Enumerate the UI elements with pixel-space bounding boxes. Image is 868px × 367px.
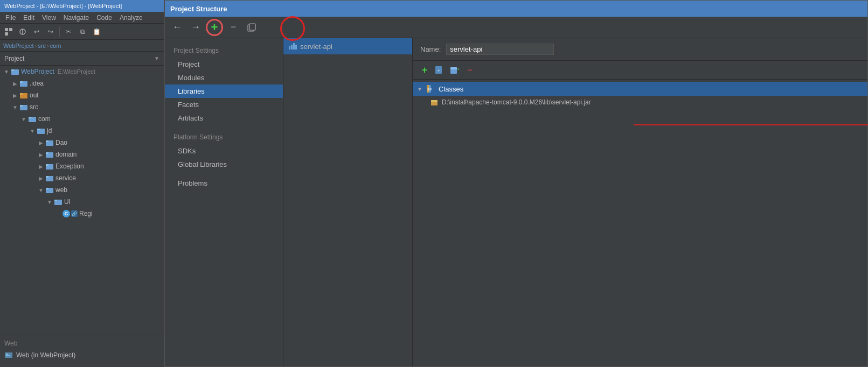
toolbar-btn-paste[interactable]: 📋: [90, 25, 103, 38]
ps-toolbar: ← → + −: [165, 17, 867, 38]
bottom-web-item[interactable]: Web (in WebProject): [4, 349, 160, 361]
tree-toggle-web[interactable]: ▼: [37, 186, 45, 194]
tree-toggle-dao[interactable]: ▶: [37, 138, 45, 147]
tree-toggle-ui[interactable]: ▼: [45, 197, 54, 206]
tree-item-exception[interactable]: ▶ Exception: [0, 160, 164, 172]
settings-item-libraries[interactable]: Libraries: [165, 84, 283, 98]
svg-rect-8: [20, 81, 23, 83]
settings-item-project[interactable]: Project: [165, 58, 283, 71]
settings-item-artifacts[interactable]: Artifacts: [165, 111, 283, 125]
left-toolbar: ↩ ↪ ✂ ⧉ 📋: [0, 24, 164, 40]
svg-text:+: +: [438, 68, 440, 73]
tree-expand-icon[interactable]: ▼: [417, 86, 422, 92]
detail-name-input[interactable]: [446, 44, 554, 55]
menu-analyze[interactable]: Analyze: [116, 13, 146, 22]
tree-item-webproject[interactable]: ▼ WebProject E:\WebProject: [0, 66, 164, 77]
library-item-servlet-api[interactable]: servlet-api: [283, 38, 412, 54]
detail-add-green-button[interactable]: +: [418, 64, 431, 76]
remove-button[interactable]: −: [225, 20, 241, 35]
tree-label-exception: Exception: [55, 163, 84, 170]
tree-item-out[interactable]: ▶ out: [0, 89, 164, 101]
tree-toggle-exception[interactable]: ▶: [37, 162, 45, 171]
tree-toggle-com[interactable]: ▼: [19, 115, 28, 123]
tree-toggle-out[interactable]: ▶: [11, 91, 19, 100]
detail-add-jar-button[interactable]: +: [448, 64, 461, 76]
detail-name-row: Name:: [413, 38, 867, 61]
menu-code[interactable]: Code: [93, 13, 115, 22]
forward-button[interactable]: →: [188, 20, 204, 35]
menu-view[interactable]: View: [39, 13, 59, 22]
tree-label-dao: Dao: [55, 139, 67, 146]
breadcrumb-com[interactable]: com: [50, 43, 61, 49]
add-button[interactable]: +: [206, 19, 223, 36]
left-bottom-panel: Web Web (in WebProject): [0, 335, 164, 367]
menu-navigate[interactable]: Navigate: [60, 13, 92, 22]
toolbar-btn-redo[interactable]: ↪: [44, 25, 57, 38]
copy-button[interactable]: [244, 20, 260, 35]
platform-settings-title: Platform Settings: [165, 130, 283, 144]
svg-rect-10: [20, 93, 23, 95]
tree-item-regi[interactable]: C 🔗 Regi: [0, 208, 164, 220]
classes-label: Classes: [439, 85, 463, 93]
tree-toggle-jd[interactable]: ▼: [28, 126, 37, 135]
add-button-wrapper: +: [206, 19, 223, 36]
svg-rect-33: [249, 24, 255, 30]
tree-item-src[interactable]: ▼ src: [0, 101, 164, 113]
breadcrumb-webproject[interactable]: WebProject: [3, 43, 34, 49]
settings-item-facets[interactable]: Facets: [165, 98, 283, 111]
red-underline-annotation: [634, 124, 867, 125]
settings-sidebar: Project Settings Project Modules Librari…: [165, 38, 283, 366]
tree-label-jd: jd: [47, 127, 52, 135]
tree-item-idea[interactable]: ▶ .idea: [0, 77, 164, 89]
svg-rect-18: [46, 140, 48, 142]
toolbar-btn-undo[interactable]: ↩: [30, 25, 43, 38]
tree-item-com[interactable]: ▼ com: [0, 113, 164, 125]
svg-rect-26: [46, 188, 48, 189]
menu-file[interactable]: File: [2, 13, 19, 22]
settings-item-global-libraries[interactable]: Global Libraries: [165, 158, 283, 171]
svg-rect-2: [5, 32, 8, 36]
file-tree: ▼ WebProject E:\WebProject ▶ .idea ▶: [0, 66, 164, 335]
bottom-web-label: Web: [4, 337, 160, 349]
settings-item-sdks[interactable]: SDKs: [165, 144, 283, 158]
tree-toggle-src[interactable]: ▼: [11, 103, 19, 111]
tree-toggle-webproject[interactable]: ▼: [2, 67, 11, 76]
tree-item-web[interactable]: ▼ web: [0, 184, 164, 196]
classes-jar-item[interactable]: D:\install\apache-tomcat-9.0.0.M26\lib\s…: [413, 96, 867, 109]
tree-toggle-idea[interactable]: ▶: [11, 79, 19, 88]
tree-label-out: out: [30, 91, 39, 99]
settings-item-problems[interactable]: Problems: [165, 177, 283, 190]
left-file-tree-panel: WebProject - [E:\\WebProject] - [WebProj…: [0, 0, 164, 367]
toolbar-btn-1[interactable]: [2, 25, 15, 38]
tree-item-dao[interactable]: ▶ Dao: [0, 137, 164, 149]
classes-jar-path: D:\install\apache-tomcat-9.0.0.M26\lib\s…: [442, 98, 591, 106]
tree-label-idea: .idea: [30, 80, 44, 87]
panel-chevron-icon[interactable]: ▼: [154, 55, 159, 61]
svg-rect-31: [6, 355, 10, 356]
toolbar-btn-2[interactable]: [16, 25, 29, 38]
tree-item-domain[interactable]: ▶ domain: [0, 149, 164, 160]
toolbar-btn-copy[interactable]: ⧉: [76, 25, 89, 38]
back-button[interactable]: ←: [169, 20, 185, 35]
svg-rect-37: [450, 67, 457, 69]
detail-remove-button[interactable]: −: [463, 64, 476, 76]
tree-label-web: web: [55, 186, 67, 194]
tree-item-service[interactable]: ▶ service: [0, 172, 164, 184]
toolbar-btn-cut[interactable]: ✂: [62, 25, 75, 38]
breadcrumb-src[interactable]: src: [38, 43, 46, 49]
svg-rect-20: [46, 152, 48, 154]
tree-label-com: com: [38, 115, 51, 123]
svg-rect-6: [11, 69, 14, 71]
svg-rect-44: [432, 102, 436, 102]
tree-toggle-service[interactable]: ▶: [37, 174, 45, 182]
detail-add-blue-button[interactable]: +: [433, 64, 446, 76]
tree-item-jd[interactable]: ▼ jd: [0, 125, 164, 137]
menu-edit[interactable]: Edit: [20, 13, 38, 22]
library-bar-icon: [289, 43, 297, 50]
settings-item-modules[interactable]: Modules: [165, 71, 283, 84]
tree-label-service: service: [55, 174, 76, 182]
tree-toggle-domain[interactable]: ▶: [37, 150, 45, 159]
tree-item-ui[interactable]: ▼ UI: [0, 196, 164, 208]
library-detail-panel: Name: + + +: [413, 38, 867, 366]
svg-rect-30: [6, 354, 8, 355]
